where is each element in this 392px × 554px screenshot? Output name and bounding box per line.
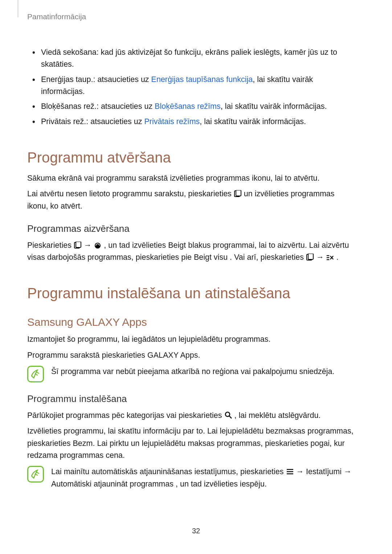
search-icon	[224, 411, 232, 418]
text: →	[316, 253, 326, 262]
text-galaxy-apps: GALAXY Apps	[147, 351, 198, 360]
feature-label: Enerģijas taup.	[41, 75, 93, 84]
recent-apps-icon	[74, 241, 82, 248]
feature-label: Privātais rež.	[41, 117, 86, 126]
heading-programmas-aizversana: Programmas aizvēršana	[27, 223, 356, 234]
text: →	[296, 467, 306, 476]
feature-list: Viedā sekošana: kad jūs aktivizējat šo f…	[32, 46, 356, 128]
note-block: Lai mainītu automātiskās atjaunināšanas …	[27, 466, 356, 490]
note-block: Šī programma var nebūt pieejama atkarībā…	[27, 366, 356, 382]
feature-text-post: , lai skatītu vairāk informācijas.	[221, 102, 327, 111]
feature-label: Viedā sekošana	[41, 48, 97, 57]
feature-link[interactable]: Privātais režīms	[144, 117, 200, 126]
heading-programmu-atversana: Programmu atvēršana	[27, 149, 356, 166]
text: .	[198, 351, 200, 360]
text: , lai meklētu atslēgvārdu.	[234, 411, 321, 420]
note-icon	[27, 366, 44, 382]
feature-text-pre: : atsaucieties uz	[97, 102, 155, 111]
feature-link[interactable]: Enerģijas taupīšanas funkcija	[151, 75, 253, 84]
side-rule	[18, 0, 18, 17]
text: , un tad izvēlieties	[104, 241, 168, 250]
svg-rect-3	[76, 242, 81, 247]
heading-galaxy-apps: Samsung GALAXY Apps	[27, 316, 356, 328]
feature-text-pre: : atsaucieties uz	[93, 75, 151, 84]
page-number: 32	[0, 527, 392, 535]
heading-programmu-instalesana: Programmu instalēšana un atinstalēšana	[27, 285, 356, 301]
paragraph: Sākuma ekrānā vai programmu sarakstā izv…	[27, 172, 356, 184]
text-beigt-visu: Beigt visu	[194, 253, 228, 262]
svg-point-12	[225, 412, 230, 416]
paragraph: Pārlūkojiet programmas pēc kategorijas v…	[27, 410, 356, 422]
paragraph: Lai atvērtu nesen lietoto programmu sara…	[27, 188, 356, 212]
recent-apps-icon	[234, 189, 242, 196]
menu-icon	[286, 467, 294, 474]
close-all-icon	[326, 253, 334, 260]
paragraph: Pieskarieties → , un tad izvēlieties Bei…	[27, 239, 356, 264]
feature-link[interactable]: Bloķēšanas režīms	[155, 102, 221, 111]
text-bezm: Bezm.	[73, 439, 95, 448]
text: Lai mainītu automātiskās atjaunināšanas …	[51, 467, 286, 476]
svg-rect-1	[236, 190, 241, 196]
text: →	[344, 467, 352, 476]
feature-text-post: , lai skatītu vairāk informācijas.	[200, 117, 306, 126]
list-item: Bloķēšanas rež.: atsaucieties uz Bloķēša…	[32, 100, 356, 112]
text: , un tad izvēlieties iespēju.	[176, 480, 267, 488]
text-iestatijumi: Iestatījumi	[306, 467, 342, 476]
svg-line-13	[229, 416, 232, 418]
feature-text-pre: : atsaucieties uz	[86, 117, 144, 126]
paragraph: Programmu sarakstā pieskarieties GALAXY …	[27, 349, 356, 361]
paragraph: Izmantojiet šo programmu, lai iegādātos …	[27, 333, 356, 345]
text: .	[336, 253, 338, 262]
paragraph: Izvēlieties programmu, lai skatītu infor…	[27, 425, 356, 461]
text: Pieskarieties	[27, 241, 74, 250]
text: Programmu sarakstā pieskarieties	[27, 351, 147, 360]
heading-programmu-instalesana-sub: Programmu instalēšana	[27, 393, 356, 405]
list-item: Privātais rež.: atsaucieties uz Privātai…	[32, 116, 356, 128]
feature-label: Bloķēšanas rež.	[41, 102, 97, 111]
note-icon	[27, 466, 44, 483]
list-item: Enerģijas taup.: atsaucieties uz Enerģij…	[32, 74, 356, 98]
task-manager-icon	[94, 241, 102, 248]
text: Pārlūkojiet programmas pēc kategorijas v…	[27, 411, 224, 420]
page-content: Pamatinformācija Viedā sekošana: kad jūs…	[0, 0, 392, 490]
breadcrumb: Pamatinformācija	[27, 12, 356, 21]
text-beigt: Beigt	[168, 241, 186, 250]
text-auto-atjauninat: Automātiski atjaunināt programmas	[51, 480, 173, 488]
text: . Vai arī, pieskarieties	[230, 253, 306, 262]
note-text: Lai mainītu automātiskās atjaunināšanas …	[51, 466, 356, 490]
list-item: Viedā sekošana: kad jūs aktivizējat šo f…	[32, 46, 356, 71]
svg-rect-6	[308, 254, 313, 259]
text: Lai atvērtu nesen lietoto programmu sara…	[27, 189, 234, 198]
note-text: Šī programma var nebūt pieejama atkarībā…	[51, 366, 334, 378]
recent-apps-icon	[306, 253, 314, 260]
text: →	[84, 241, 94, 250]
